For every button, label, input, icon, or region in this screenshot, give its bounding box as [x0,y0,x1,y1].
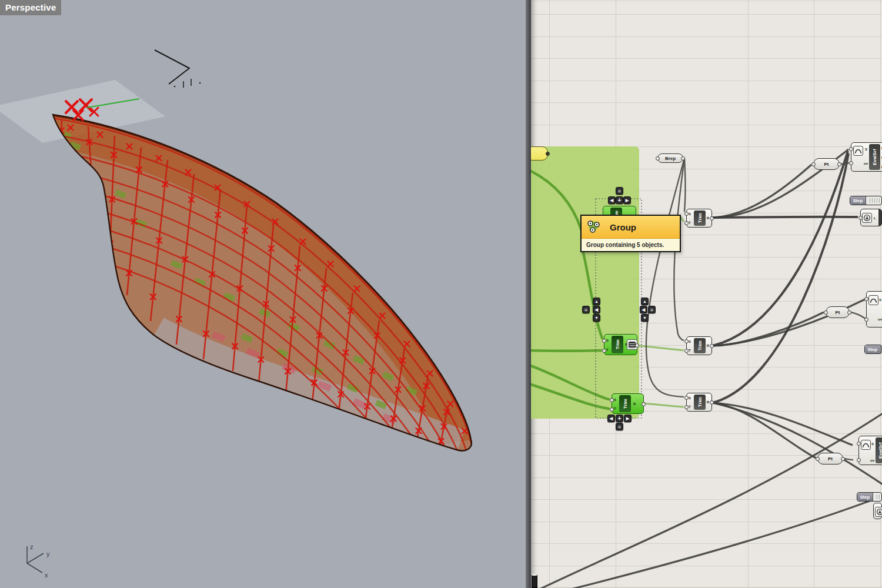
list-input-l: L [874,216,876,220]
trim-output-r: R [707,400,709,404]
trim-component[interactable]: S T Trim R [686,336,712,355]
pt-label: Pt [828,456,833,462]
trim-output-r: R [707,344,709,348]
trim-component-selected[interactable]: S T Trim R [604,334,637,355]
menu-icon[interactable]: ≡ [616,423,623,430]
window-divider[interactable] [526,0,531,588]
evalsrf-input-uv: uv [878,318,882,321]
input-nub[interactable] [811,162,816,166]
evalsrf-input-s: S [871,442,874,446]
viewport-3d-scene: z y x [0,0,526,588]
left-arrow-icon[interactable]: ◀ [593,306,600,313]
output-nub[interactable] [841,457,845,461]
trim-output-r: R [707,216,709,220]
hull-waffle-structure [29,115,472,570]
step-label: Step [865,345,881,353]
evalsrf-component[interactable]: S uv EvalSrf P N F [851,142,882,172]
output-nub[interactable] [546,152,550,156]
pt-param[interactable]: Pt [813,158,840,170]
trim-component[interactable]: S T Trim R [686,393,712,412]
pt-param[interactable]: Pt [826,306,850,318]
output-nub[interactable] [710,216,714,220]
right-arrow-icon[interactable]: ▶ [624,415,632,422]
step-slider[interactable]: Step [850,196,882,205]
input-nub[interactable] [864,318,868,322]
menu-icon[interactable]: ≡ [582,306,590,313]
input-nub[interactable] [824,310,828,315]
up-arrow-icon[interactable]: ▲ [593,298,600,305]
trim-component-selected[interactable]: S T Trim R [612,393,644,414]
input-nub[interactable] [684,349,689,353]
tooltip-description: Group containing 5 objects. [582,239,680,251]
input-nub[interactable] [849,161,853,165]
trim-label: Trim [694,211,706,226]
output-nub[interactable] [847,310,851,315]
trim-component[interactable]: S T Trim R [686,209,712,228]
trim-label: Trim [612,336,623,353]
input-nub[interactable] [684,212,689,216]
list-item-component[interactable] [873,503,882,519]
down-arrow-icon[interactable]: ▼ [593,314,600,322]
rhino-perspective-viewport[interactable]: z y x Perspective [0,0,526,588]
input-nub[interactable] [610,407,614,412]
trim-input-s: S [689,212,691,216]
input-nub[interactable] [816,457,820,461]
input-nub[interactable] [864,297,868,301]
input-nub[interactable] [684,339,689,343]
output-nub[interactable] [681,156,685,161]
list-item-component[interactable]: L [860,209,882,226]
pt-label: Pt [824,162,829,167]
tooltip-header: Group [582,216,680,239]
yellow-param-capsule[interactable] [531,146,548,161]
step-slider[interactable]: Step [864,345,882,354]
evalsrf-component[interactable]: S uv EvalSrf [858,436,882,465]
viewport-title[interactable]: Perspective [0,0,61,15]
input-nub[interactable] [684,405,689,409]
up-arrow-icon[interactable]: ▲ [641,298,649,305]
output-nub[interactable] [642,402,646,406]
input-nub[interactable] [849,147,853,151]
down-arrow-icon[interactable]: ▼ [641,314,649,322]
trim-input-t: T [689,405,691,409]
input-nub[interactable] [857,442,861,446]
pt-label: Pt [836,310,840,315]
right-arrow-icon[interactable]: ▶ [623,196,631,204]
input-nub[interactable] [610,398,614,402]
input-nub[interactable] [684,396,689,400]
output-nub[interactable] [710,400,714,405]
axis-x-label: x [45,572,48,579]
evalsrf-label: EvalSrf [876,437,882,463]
output-nub[interactable] [635,343,639,348]
trim-input-t: T [689,221,691,225]
plus-icon[interactable]: + [616,196,623,204]
menu-icon[interactable]: ≡ [616,187,623,195]
plus-icon[interactable]: + [616,415,623,422]
left-arrow-icon[interactable]: ◀ [607,415,615,422]
graph-icon [868,295,878,305]
canvas-corner-widget[interactable] [532,574,537,588]
axis-gizmo: z y x [27,543,50,579]
menu-icon[interactable]: ≡ [648,306,656,313]
brep-label: Brep [665,156,676,161]
left-arrow-icon[interactable]: ◀ [608,196,616,204]
input-nub[interactable] [857,458,861,462]
input-nub[interactable] [602,349,606,353]
left-arrow-icon[interactable]: ◀ [640,306,647,313]
grasshopper-canvas[interactable]: Brep Trim S T Trim R S T Trim R S T Trim… [531,0,882,588]
output-nub[interactable] [710,344,714,348]
slider-track[interactable] [868,198,880,203]
axis-z-label: z [30,543,34,550]
evalsrf-input-uv: uv [864,162,868,165]
slider-track[interactable] [875,495,880,499]
step-slider[interactable]: Step [857,492,882,502]
evalsrf-component[interactable]: S uv EvalSrf [866,291,882,328]
pt-param[interactable]: Pt [817,453,843,465]
input-nub[interactable] [684,221,689,225]
trim-input-s: S [614,398,616,402]
trim-label: Trim [619,395,631,412]
brep-param[interactable]: Brep [657,153,683,163]
input-nub[interactable] [656,156,660,161]
evalsrf-input-s: S [865,148,867,151]
input-nub[interactable] [602,339,606,343]
output-nub[interactable] [837,162,841,166]
